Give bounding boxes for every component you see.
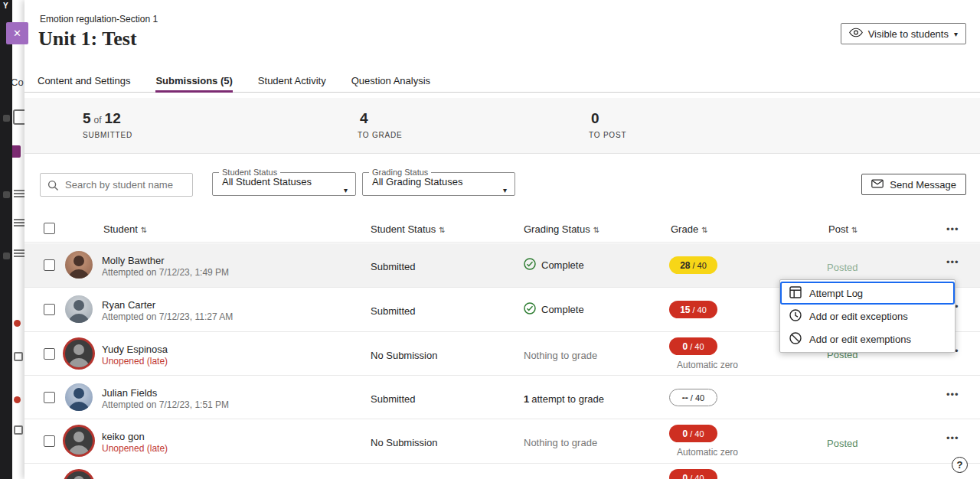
grading-status: Nothing to grade	[524, 350, 597, 361]
visibility-dropdown[interactable]: Visible to students ▾	[841, 23, 966, 44]
chevron-down-icon: ▾	[954, 30, 958, 38]
avatar	[65, 340, 93, 367]
avatar	[65, 295, 93, 323]
sort-icon[interactable]: ⇅	[851, 226, 858, 234]
attempt-info: Attempted on 7/12/23, 1:51 PM	[102, 399, 229, 410]
grade-pill[interactable]: 0/ 40	[669, 469, 717, 479]
grading-status-label: Complete	[541, 304, 584, 315]
student-status: Submitted	[371, 305, 416, 317]
post-status[interactable]: Posted	[827, 438, 858, 449]
grading-status-label: Complete	[541, 259, 584, 271]
row-checkbox[interactable]	[44, 304, 55, 315]
grade-pill[interactable]: 0/ 40	[669, 337, 717, 355]
student-status: No Submission	[371, 437, 437, 448]
attempt-info: Attempted on 7/12/23, 11:27 AM	[102, 311, 233, 322]
sort-icon[interactable]: ⇅	[593, 226, 599, 234]
rail-icon	[3, 115, 10, 122]
student-name[interactable]: Yudy Espinosa	[102, 344, 168, 355]
column-grading-status: Grading Status⇅	[524, 223, 599, 235]
row-checkbox[interactable]	[44, 259, 55, 271]
column-grade: Grade⇅	[671, 223, 708, 235]
table-row[interactable]: Julian Fields Attempted on 7/12/23, 1:51…	[24, 376, 980, 419]
tab-student-activity[interactable]: Student Activity	[258, 69, 326, 93]
row-checkbox[interactable]	[44, 348, 55, 360]
menu-item-attempt-log[interactable]: Attempt Log	[780, 282, 955, 305]
column-post: Post⇅	[828, 223, 858, 235]
list-icon	[14, 190, 24, 197]
clock-icon	[789, 309, 802, 324]
envelope-icon	[871, 179, 884, 191]
close-panel-button[interactable]: ✕	[6, 22, 28, 44]
column-student: Student⇅	[103, 223, 147, 235]
grade-pill[interactable]: 28/ 40	[669, 256, 717, 274]
student-name[interactable]: Ryan Carter	[102, 299, 155, 311]
select-all-checkbox[interactable]	[44, 223, 55, 234]
student-status: No Submission	[371, 350, 437, 361]
stat-submitted: 5 of 12	[83, 110, 121, 127]
help-button[interactable]: ?	[952, 457, 968, 473]
sort-icon[interactable]: ⇅	[701, 226, 707, 234]
grade-pill[interactable]: --/ 40	[669, 389, 717, 406]
row-menu-button[interactable]: •••	[943, 431, 962, 445]
student-status-filter[interactable]: Student Status All Student Statuses ▾	[212, 168, 356, 196]
background-icon	[14, 352, 23, 361]
stat-to-grade: 4	[360, 110, 368, 127]
avatar	[65, 471, 93, 479]
grading-status-filter[interactable]: Grading Status All Grading Statuses ▾	[362, 168, 515, 196]
student-name[interactable]: keiko gon	[102, 431, 145, 442]
page-title: Unit 1: Test	[38, 28, 137, 51]
background-text: Y	[3, 2, 8, 10]
student-name[interactable]: Julian Fields	[102, 387, 157, 399]
complete-check-icon	[524, 258, 536, 272]
menu-item-exceptions[interactable]: Add or edit exceptions	[780, 305, 955, 327]
background-icon	[14, 425, 23, 435]
table-row[interactable]: 0/ 40	[24, 464, 980, 479]
tab-question-analysis[interactable]: Question Analysis	[351, 69, 430, 93]
sort-icon[interactable]: ⇅	[439, 226, 445, 234]
submitted-label: SUBMITTED	[83, 131, 132, 139]
alert-dot-icon	[14, 320, 21, 327]
breadcrumb[interactable]: Emotion regulation-Section 1	[40, 14, 158, 24]
sort-icon[interactable]: ⇅	[141, 226, 147, 234]
student-name[interactable]: Molly Bawther	[102, 255, 165, 266]
visibility-label: Visible to students	[868, 28, 949, 40]
stat-to-post: 0	[591, 110, 599, 127]
automatic-zero-note: Automatic zero	[677, 360, 738, 370]
grade-pill[interactable]: 15/ 40	[669, 301, 717, 318]
list-icon	[14, 249, 24, 257]
table-header: Student⇅ Student Status⇅ Grading Status⇅…	[24, 219, 980, 243]
avatar	[65, 251, 93, 279]
menu-item-exemptions[interactable]: Add or edit exemptions	[780, 327, 955, 350]
complete-check-icon	[524, 302, 536, 317]
chevron-down-icon: ▾	[503, 186, 507, 194]
background-menu-text: Co	[11, 77, 24, 88]
attempt-info: Unopened (late)	[102, 356, 168, 367]
row-checkbox[interactable]	[44, 392, 55, 403]
avatar	[65, 427, 93, 455]
send-message-button[interactable]: Send Message	[861, 174, 966, 195]
tab-submissions[interactable]: Submissions (5)	[155, 69, 232, 93]
alert-dot-icon	[14, 396, 21, 403]
table-row[interactable]: keiko gon Unopened (late) No Submission …	[24, 419, 980, 464]
column-student-status: Student Status⇅	[371, 223, 446, 235]
student-status-filter-value: All Student Statuses	[213, 176, 355, 187]
post-status[interactable]: Posted	[827, 262, 858, 273]
student-status: Submitted	[371, 393, 416, 405]
grading-status: Complete	[524, 258, 584, 272]
avatar	[65, 383, 93, 411]
header-menu-button[interactable]: •••	[943, 222, 962, 236]
row-menu-button[interactable]: •••	[943, 387, 962, 402]
stat-connector: of	[94, 115, 102, 125]
question-mark-icon: ?	[957, 459, 963, 471]
tab-bar: Content and Settings Submissions (5) Stu…	[24, 69, 980, 93]
grade-pill[interactable]: 0/ 40	[669, 425, 717, 442]
submitted-total: 12	[105, 110, 121, 127]
assessment-panel: Emotion regulation-Section 1 Unit 1: Tes…	[24, 0, 980, 479]
list-icon	[14, 219, 24, 226]
row-menu-button[interactable]: •••	[943, 255, 962, 269]
row-checkbox[interactable]	[44, 435, 55, 447]
tab-content-and-settings[interactable]: Content and Settings	[38, 69, 130, 93]
search-input[interactable]	[41, 174, 192, 196]
grading-status: Nothing to grade	[524, 437, 597, 448]
to-grade-label: TO GRADE	[358, 131, 402, 139]
